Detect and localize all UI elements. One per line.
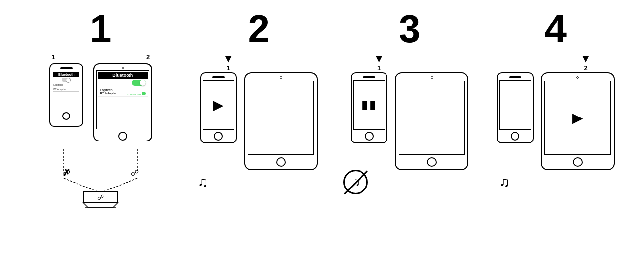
section-3-bottom: ♫ (343, 170, 476, 190)
section-4-arrow2: ▼ (580, 53, 591, 64)
section-1-phone-label: 1 (52, 53, 55, 61)
section-3: 3 ▼ 1 2 ▮▮ (343, 9, 476, 190)
tablet4-camera (576, 76, 579, 79)
no-music-icon: ♫ (343, 170, 368, 194)
tablet-camera (122, 67, 124, 69)
music-note-icon-2: ♫ (198, 174, 208, 190)
phone3-screen: ▮▮ (353, 80, 385, 130)
svg-marker-10 (83, 203, 118, 208)
bluetooth-connection-diagram: ✗ ☍ ☍ ☍ (47, 149, 155, 208)
section-1-devices: Bluetooth Logitech BT Adapter Bluetooth (49, 63, 152, 141)
section-1: 1 1 2 Bluetooth Logitech BT Adapter (27, 9, 174, 208)
section-2: 2 ▼ 1 2 ▶ (193, 9, 325, 190)
phone-device-row-1: Logitech (53, 83, 79, 87)
phone-device-row-2: BT Adapter (53, 87, 79, 92)
tablet-bluetooth-header: Bluetooth (98, 72, 148, 79)
section-4-sublabels: ▼ 1 ▼ 2 (499, 53, 612, 71)
section-2-tablet (244, 72, 318, 170)
tablet3-camera (431, 76, 433, 79)
tablet3-screen (399, 81, 465, 155)
phone2-speaker (212, 76, 225, 78)
tablet-device-name: LogitechBT Adapter (100, 88, 117, 95)
phone3-speaker (363, 76, 375, 78)
phone-home-button[interactable] (62, 112, 70, 120)
section-2-sublabels: ▼ 1 2 (198, 53, 320, 71)
tablet-connected-badge: Connected (127, 92, 146, 96)
tablet-home-button[interactable] (118, 132, 127, 141)
section-4-devices: ▶ (497, 72, 615, 170)
phone3-home[interactable] (365, 132, 374, 141)
play-icon: ▶ (213, 97, 224, 113)
tablet2-home[interactable] (276, 157, 286, 167)
section-4-tablet: ▶ (541, 72, 615, 170)
section-3-number: 3 (399, 9, 421, 48)
section-3-phone: ▮▮ (351, 72, 387, 143)
tablet-screen: Bluetooth LogitechBT Adapter Connected (96, 70, 149, 129)
phone-toggle[interactable] (62, 78, 71, 82)
phone-bluetooth-header: Bluetooth (53, 72, 79, 77)
section-3-arrow1: ▼ (374, 53, 385, 64)
svg-text:☍: ☍ (97, 193, 104, 201)
section-3-num1: 1 (377, 64, 381, 71)
phone-speaker (60, 67, 73, 69)
section-3-sublabels: ▼ 1 2 (348, 53, 471, 71)
section-1-tablet: Bluetooth LogitechBT Adapter Connected (93, 63, 152, 141)
section-3-devices: ▮▮ (351, 72, 468, 170)
tablet2-camera (280, 76, 282, 79)
section-2-bottom: ♫ (193, 170, 325, 190)
phone4-speaker (509, 76, 521, 78)
section-4-bottom: ♫ (494, 170, 617, 190)
phone2-home[interactable] (214, 132, 223, 141)
section-1-device-labels: 1 2 (52, 53, 150, 61)
svg-line-6 (101, 178, 137, 193)
adapter-container: ✗ ☍ ☍ ☍ (47, 149, 155, 208)
tablet-device-row: LogitechBT Adapter Connected (98, 87, 148, 97)
music-note-icon-4: ♫ (499, 174, 510, 190)
section-4-num2: 2 (584, 64, 587, 71)
section-2-number: 2 (248, 9, 270, 48)
section-1-phone: Bluetooth Logitech BT Adapter (49, 63, 83, 127)
section-3-sub1: ▼ 1 (374, 53, 385, 71)
section-4-phone (497, 72, 534, 143)
section-3-tablet (395, 72, 468, 170)
tablet3-home[interactable] (427, 157, 437, 167)
tablet4-home[interactable] (573, 157, 583, 167)
section-2-num1: 1 (227, 64, 230, 71)
connected-circle (142, 92, 146, 95)
phone2-screen: ▶ (203, 80, 234, 130)
section-2-devices: ▶ (200, 72, 318, 170)
section-4: 4 ▼ 1 ▼ 2 ▶ (494, 9, 617, 190)
play-icon-tablet-4: ▶ (572, 110, 583, 126)
section-2-phone: ▶ (200, 72, 237, 143)
section-2-sub1: ▼ 1 (223, 53, 233, 71)
section-2-arrow1: ▼ (223, 53, 233, 64)
phone4-home[interactable] (511, 132, 519, 141)
tablet-toggle[interactable] (132, 80, 146, 86)
tablet2-screen (248, 81, 314, 155)
phone4-screen (499, 80, 531, 130)
svg-line-4 (64, 178, 101, 193)
section-4-number: 4 (545, 9, 567, 48)
section-4-sub2: ▼ 2 (580, 53, 591, 71)
phone-screen: Bluetooth Logitech BT Adapter (52, 71, 80, 110)
section-1-tablet-label: 2 (146, 53, 150, 61)
pause-icon: ▮▮ (361, 98, 377, 112)
section-1-number: 1 (90, 9, 112, 48)
no-music-inner-icon: ♫ (352, 176, 360, 188)
tablet4-screen: ▶ (544, 81, 611, 155)
main-container: 1 1 2 Bluetooth Logitech BT Adapter (8, 4, 636, 254)
